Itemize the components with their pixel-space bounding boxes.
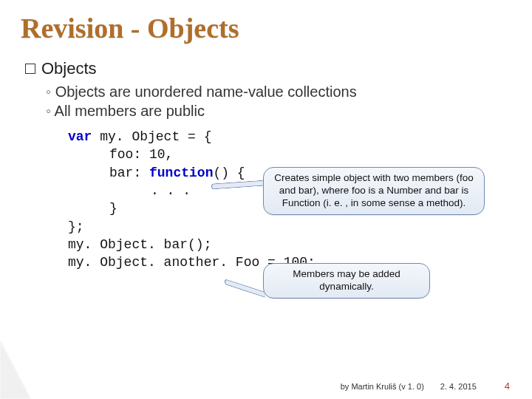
slide-title: Revision - Objects	[0, 0, 532, 44]
keyword-function: function	[149, 166, 213, 180]
callout-object-members: Creates simple object with two members (…	[263, 167, 485, 215]
callout-pointer	[225, 281, 266, 296]
code-text: () {	[213, 166, 245, 180]
bullet-item: Objects are unordered name-value collect…	[46, 83, 532, 102]
footer-date: 2. 4. 2015	[440, 382, 477, 391]
keyword-var: var	[68, 129, 92, 144]
callout-pointer	[211, 179, 266, 189]
code-line: foo: 10,	[68, 146, 532, 163]
slide-footer: by Martin Kruliš (v 1. 0) 2. 4. 2015 4	[341, 381, 510, 392]
code-line: };	[68, 218, 532, 236]
footer-page-number: 4	[505, 381, 510, 392]
section-label: Objects	[41, 59, 97, 78]
callout-dynamic-members: Members may be added dynamically.	[263, 263, 430, 299]
bullet-item: All members are public	[46, 102, 532, 121]
section-heading: Objects	[0, 44, 532, 81]
code-text: bar:	[109, 166, 149, 180]
page-curl-decoration	[0, 340, 31, 399]
footer-author: by Martin Kruliš (v 1. 0)	[341, 382, 424, 391]
code-text: my. Object = {	[92, 129, 211, 144]
bullet-list: Objects are unordered name-value collect…	[0, 81, 532, 123]
code-line: var my. Object = {	[68, 128, 532, 146]
checkbox-icon	[25, 64, 35, 74]
code-line: my. Object. bar();	[68, 236, 532, 253]
